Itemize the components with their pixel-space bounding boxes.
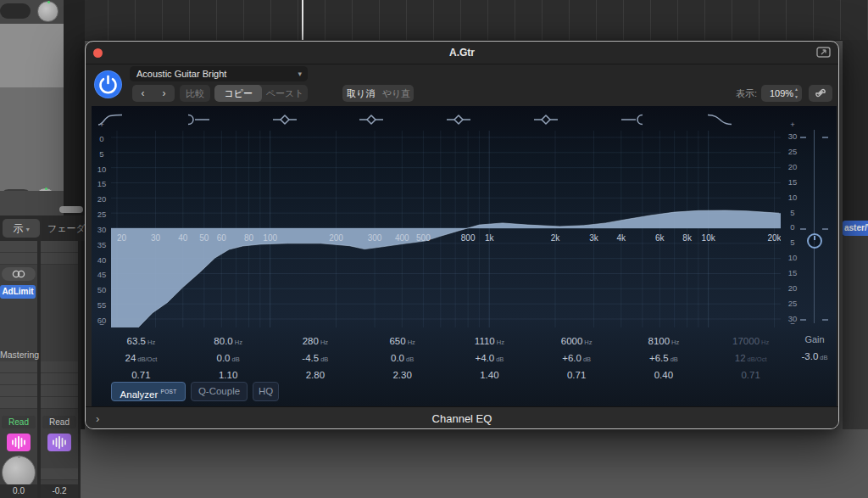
zoom-stepper[interactable]: 109% ▲▼ <box>761 85 802 102</box>
scale-tick: 5 <box>782 238 803 248</box>
low-pass-band-button[interactable] <box>707 113 794 128</box>
band-2-readout[interactable]: 80.0Hz0.0dB1.10 <box>185 333 272 383</box>
q-couple-toggle[interactable]: Q-Couple <box>191 382 248 401</box>
workspace-background <box>81 429 868 498</box>
scale-plus: + <box>782 120 803 130</box>
freq-tick-label: 40 <box>178 233 188 243</box>
background-plugin-section <box>0 87 64 191</box>
band-gain: 0.0dB <box>185 350 272 367</box>
band-frequency: 63.5Hz <box>97 333 185 350</box>
redo-button[interactable]: やり直す <box>379 85 414 102</box>
automation-read-button[interactable]: Read <box>42 416 76 428</box>
bell-band-button[interactable] <box>272 113 359 128</box>
slider-tick <box>800 137 806 138</box>
freq-tick-label: 300 <box>368 233 382 243</box>
undo-redo-group: 取り消す やり直す <box>342 85 414 102</box>
scale-tick: 25 <box>782 147 803 157</box>
volume-value[interactable]: 0.0 <box>0 484 37 498</box>
bell-band-button[interactable] <box>533 113 620 128</box>
gain-slider-knob[interactable] <box>807 233 822 249</box>
background-plugin-footer <box>0 191 64 215</box>
scale-plus: + <box>92 120 112 130</box>
band-icons-row <box>97 113 794 128</box>
band-5-readout[interactable]: 1110Hz+4.0dB1.40 <box>446 333 533 383</box>
zoom-value: 109% <box>770 88 793 98</box>
volume-value[interactable]: -0.2 <box>41 484 78 498</box>
paste-button[interactable]: ペースト <box>262 85 308 102</box>
high-shelf-icon <box>620 113 646 126</box>
horizontal-scrollbar[interactable] <box>59 206 83 213</box>
preset-dropdown[interactable]: Acoustic Guitar Bright ▾ <box>130 66 308 81</box>
view-menu-button[interactable]: 示 ▾ <box>3 219 40 238</box>
compare-button[interactable]: 比較 <box>180 85 210 102</box>
scale-tick: 20 <box>782 162 803 172</box>
background-plugin-header <box>0 0 64 24</box>
gain-scale: +30252015105051015202530− <box>782 106 803 361</box>
power-button[interactable] <box>94 70 122 98</box>
freq-tick-label: 2k <box>551 233 561 243</box>
low-shelf-band-button[interactable] <box>185 113 272 128</box>
band-gain: -4.5dB <box>272 350 359 367</box>
band-frequency: 1110Hz <box>446 333 533 350</box>
next-preset-button[interactable]: › <box>153 85 175 102</box>
band-3-readout[interactable]: 280Hz-4.5dB2.80 <box>272 333 359 383</box>
track-icon-button[interactable] <box>47 434 71 451</box>
slider-tick <box>822 319 828 321</box>
band-frequency: 650Hz <box>359 333 446 350</box>
band-q: 1.40 <box>446 367 533 383</box>
scale-tick: 10 <box>782 193 803 203</box>
gain-slider-track[interactable] <box>814 130 815 323</box>
automation-read-button[interactable]: Read <box>2 416 36 428</box>
freq-tick-label: 400 <box>395 233 409 243</box>
copy-button[interactable]: コピー <box>214 85 262 102</box>
background-knob[interactable] <box>37 1 58 22</box>
band-gain: +6.5dB <box>620 350 708 367</box>
band-1-readout[interactable]: 63.5Hz24dB/Oct0.71 <box>97 333 185 383</box>
band-q: 2.80 <box>272 367 359 383</box>
analyzer-scale: +051015202530354045505560− <box>92 106 112 361</box>
copy-paste-group: コピー ペースト <box>214 85 308 102</box>
low-shelf-icon <box>185 113 210 126</box>
freq-tick-label: 8k <box>682 233 693 243</box>
preset-name: Acoustic Guitar Bright <box>136 69 226 79</box>
high-shelf-band-button[interactable] <box>620 113 708 128</box>
scale-tick: 25 <box>92 210 112 220</box>
master-gain-readout[interactable]: Gain -3.0dB <box>781 332 839 366</box>
scale-tick: 15 <box>92 179 112 189</box>
chevron-down-icon: ▾ <box>298 66 302 81</box>
freq-tick-label: 3k <box>589 233 599 243</box>
master-track-label[interactable]: aster/V <box>843 221 868 236</box>
window-title: A.Gtr <box>86 42 838 64</box>
scale-tick: 20 <box>782 283 803 294</box>
scale-tick: 15 <box>782 268 803 278</box>
window-titlebar[interactable]: A.Gtr <box>86 42 838 64</box>
band-gain: +4.0dB <box>446 350 533 367</box>
channel-eq-window: A.Gtr Acoustic Guitar Bright ▾ ‹ › 比較 コピ… <box>85 41 839 429</box>
link-button[interactable] <box>809 85 832 102</box>
scale-tick: 15 <box>782 177 803 187</box>
analyzer-toggle[interactable]: Analyzer POST <box>111 382 186 401</box>
plugin-name: Channel EQ <box>86 407 838 429</box>
band-4-readout[interactable]: 650Hz0.0dB2.30 <box>359 333 446 383</box>
prev-preset-button[interactable]: ‹ <box>132 85 153 102</box>
channel-strip: AdLimit Mastering Read 0.0 <box>0 241 37 498</box>
bell-band-button[interactable] <box>359 113 446 128</box>
track-icon-button[interactable] <box>7 434 31 451</box>
eq-graph[interactable]: 2030405060801002003004005008001k2k3k4k6k… <box>111 131 781 327</box>
expand-button[interactable] <box>816 47 831 58</box>
scale-tick: 0 <box>92 134 112 144</box>
adlimit-plugin-slot[interactable]: AdLimit <box>0 285 36 299</box>
band-gain: 24dB/Oct <box>97 350 185 367</box>
band-7-readout[interactable]: 8100Hz+6.5dB0.40 <box>620 333 708 383</box>
freq-tick-label: 20k <box>767 233 781 243</box>
linked-circles-button[interactable] <box>2 267 36 281</box>
freq-tick-label: 20 <box>117 233 127 243</box>
undo-button[interactable]: 取り消す <box>342 85 379 102</box>
hq-toggle[interactable]: HQ <box>253 382 279 401</box>
scale-tick: 40 <box>92 255 112 266</box>
linked-circles-icon <box>9 269 28 279</box>
background-slider[interactable] <box>0 3 31 19</box>
band-6-readout[interactable]: 6000Hz+6.0dB0.71 <box>533 333 620 383</box>
bell-band-button[interactable] <box>446 113 533 128</box>
gain-label: Gain <box>781 332 839 347</box>
